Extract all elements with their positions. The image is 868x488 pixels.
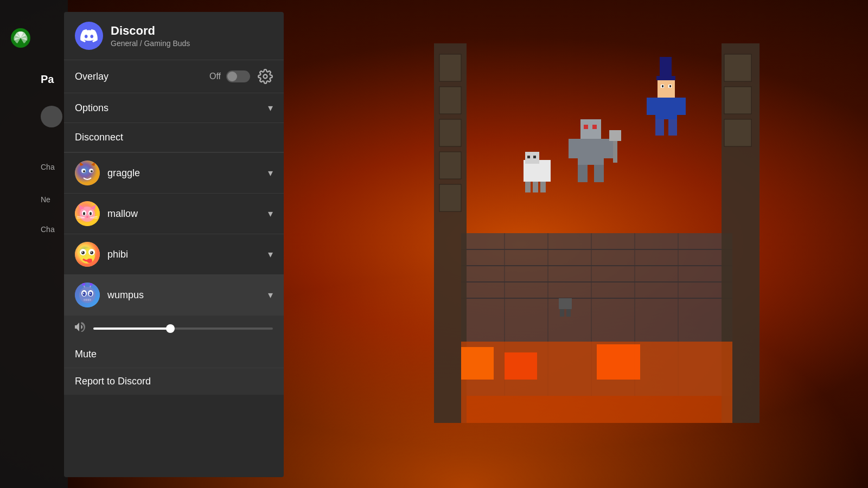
svg-rect-44 <box>527 156 530 158</box>
svg-rect-28 <box>647 98 655 115</box>
svg-rect-32 <box>580 119 601 139</box>
svg-point-92 <box>89 292 92 296</box>
sidebar-page-label: Pa <box>41 73 54 86</box>
volume-track[interactable] <box>93 328 273 330</box>
sidebar-chat-3: Cha <box>41 225 55 234</box>
sidebar-avatar-circle <box>41 106 62 127</box>
volume-icon <box>75 322 87 335</box>
user-avatar-wumpus <box>75 282 100 307</box>
svg-rect-40 <box>578 165 588 182</box>
game-scene <box>434 43 760 423</box>
svg-rect-21 <box>660 57 672 78</box>
sidebar-chat-1: Cha <box>41 163 55 171</box>
svg-rect-14 <box>439 152 461 179</box>
svg-point-69 <box>86 216 88 218</box>
svg-point-62 <box>91 170 93 172</box>
volume-row <box>64 316 284 341</box>
user-avatar-graggle <box>75 160 100 185</box>
discord-header: Discord General / Gaming Buds <box>64 12 284 60</box>
user-row-wumpus[interactable]: wumpus ▾ <box>64 275 284 316</box>
svg-point-88 <box>90 282 93 286</box>
svg-rect-47 <box>533 182 538 192</box>
mute-label: Mute <box>75 349 97 359</box>
svg-rect-43 <box>525 152 539 164</box>
svg-rect-51 <box>505 352 537 380</box>
svg-rect-52 <box>597 344 640 380</box>
user-avatar-phibi <box>75 242 100 267</box>
svg-rect-31 <box>668 119 677 136</box>
toggle-thumb <box>227 72 237 81</box>
svg-rect-29 <box>677 98 686 115</box>
svg-point-91 <box>82 292 86 296</box>
discord-logo-icon <box>75 22 103 50</box>
svg-point-82 <box>87 259 92 263</box>
svg-rect-36 <box>569 139 578 158</box>
svg-rect-17 <box>724 54 751 81</box>
svg-point-94 <box>90 293 91 294</box>
svg-point-79 <box>90 251 93 254</box>
svg-rect-27 <box>655 98 677 119</box>
user-section-wumpus: wumpus ▾ Mute Report to Discord <box>64 275 284 395</box>
mute-row[interactable]: Mute <box>64 341 284 368</box>
user-name-phibi: phibi <box>107 249 268 260</box>
options-row[interactable]: Options ▾ <box>64 93 284 123</box>
svg-point-81 <box>91 252 92 253</box>
gear-icon[interactable] <box>258 69 273 84</box>
user-name-mallow: mallow <box>107 208 268 220</box>
svg-point-80 <box>82 252 83 253</box>
overlay-label: Overlay <box>75 71 209 82</box>
svg-rect-46 <box>525 182 531 192</box>
svg-rect-13 <box>439 119 461 146</box>
svg-point-68 <box>90 212 92 215</box>
user-name-graggle: graggle <box>107 168 268 179</box>
svg-rect-30 <box>655 119 664 136</box>
user-avatar-mallow <box>75 201 100 226</box>
svg-rect-22 <box>658 80 675 98</box>
svg-rect-45 <box>533 156 536 158</box>
volume-fill <box>93 328 170 330</box>
disconnect-label: Disconnect <box>75 132 123 143</box>
svg-rect-15 <box>439 184 461 211</box>
sidebar-chat-2: Ne <box>41 195 50 204</box>
discord-header-info: Discord General / Gaming Buds <box>111 24 190 48</box>
user-row-mallow[interactable]: mallow ▾ <box>64 194 284 234</box>
svg-point-93 <box>83 293 84 294</box>
overlay-status: Off <box>209 72 221 81</box>
svg-rect-41 <box>594 165 604 182</box>
discord-app-title: Discord <box>111 24 190 38</box>
options-label: Options <box>75 102 268 114</box>
discord-channel-info: General / Gaming Buds <box>111 39 190 48</box>
svg-rect-19 <box>724 119 751 146</box>
svg-point-78 <box>81 251 85 254</box>
svg-rect-34 <box>592 125 597 129</box>
discord-panel: Discord General / Gaming Buds Overlay Of… <box>64 12 284 477</box>
svg-rect-35 <box>578 139 604 165</box>
svg-point-86 <box>82 282 85 286</box>
svg-rect-37 <box>604 139 613 158</box>
xbox-logo <box>10 27 31 49</box>
user-row-phibi[interactable]: phibi ▾ <box>64 234 284 275</box>
user-row-graggle[interactable]: graggle ▾ <box>64 153 284 194</box>
svg-point-57 <box>264 75 267 79</box>
overlay-row: Overlay Off <box>64 60 284 93</box>
svg-rect-26 <box>669 85 671 87</box>
graggle-chevron-icon: ▾ <box>268 167 273 179</box>
options-chevron-icon: ▾ <box>268 102 273 114</box>
svg-rect-50 <box>461 347 494 380</box>
svg-rect-18 <box>724 87 751 114</box>
svg-rect-33 <box>584 125 588 129</box>
report-row[interactable]: Report to Discord <box>64 368 284 395</box>
svg-rect-11 <box>439 54 461 81</box>
phibi-chevron-icon: ▾ <box>268 248 273 260</box>
wumpus-chevron-icon: ▾ <box>268 289 273 301</box>
disconnect-row[interactable]: Disconnect <box>64 123 284 152</box>
mallow-chevron-icon: ▾ <box>268 208 273 220</box>
volume-thumb[interactable] <box>166 324 175 333</box>
svg-rect-54 <box>560 309 564 317</box>
xbox-sidebar: Pa Cha Ne Cha <box>0 0 68 488</box>
svg-rect-55 <box>566 309 571 317</box>
overlay-toggle[interactable] <box>226 70 250 82</box>
svg-rect-25 <box>662 85 663 87</box>
svg-rect-12 <box>439 87 461 114</box>
svg-point-67 <box>83 212 85 215</box>
